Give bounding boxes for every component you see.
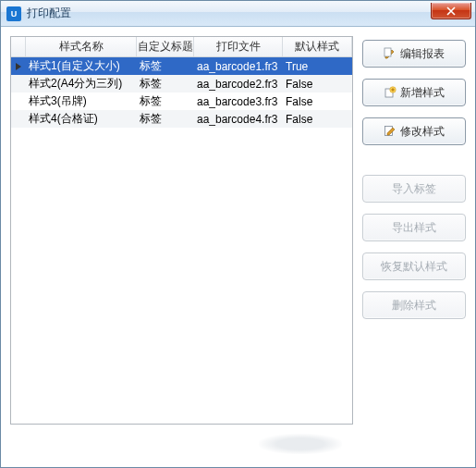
cell-print-file: aa_barcode3.fr3 <box>194 92 283 110</box>
import-label-text: 导入标签 <box>392 181 436 197</box>
new-style-button[interactable]: 新增样式 <box>362 79 466 106</box>
cell-default-style: False <box>283 110 352 128</box>
cell-default-style: False <box>283 75 352 92</box>
row-indicator <box>11 57 26 75</box>
table-row[interactable]: 样式1(自定义大小)标签aa_barcode1.fr3True <box>11 57 352 75</box>
styles-table[interactable]: 样式名称 自定义标题 打印文件 默认样式 样式1(自定义大小)标签aa_barc… <box>10 36 353 425</box>
close-button[interactable] <box>431 3 471 19</box>
table-row[interactable]: 样式2(A4分为三列)标签aa_barcode2.fr3False <box>11 75 352 92</box>
col-header-custom-title[interactable]: 自定义标题 <box>137 37 194 56</box>
table-row[interactable]: 样式4(合格证)标签aa_barcode4.fr3False <box>11 110 352 128</box>
row-indicator <box>11 92 26 110</box>
cell-default-style: False <box>283 92 352 110</box>
edit-report-label: 编辑报表 <box>400 46 445 62</box>
cell-custom-title: 标签 <box>137 57 194 75</box>
left-pane: 样式名称 自定义标题 打印文件 默认样式 样式1(自定义大小)标签aa_barc… <box>10 36 353 458</box>
print-config-window: U 打印配置 样式名称 自定义标题 打印文件 默认样式 样式1(自定义大小)标签… <box>0 0 476 468</box>
cell-custom-title: 标签 <box>137 110 194 128</box>
smudge <box>259 434 342 454</box>
cell-name: 样式3(吊牌) <box>26 92 137 110</box>
new-icon <box>384 86 397 99</box>
restore-default-button: 恢复默认样式 <box>362 252 466 280</box>
row-indicator <box>11 110 26 128</box>
modify-style-button[interactable]: 修改样式 <box>362 117 466 145</box>
edit-report-button[interactable]: 编辑报表 <box>362 40 466 68</box>
button-panel: 编辑报表 新增样式 修改样式 导入标签 导出样式 <box>362 36 466 458</box>
col-header-default-style[interactable]: 默认样式 <box>283 37 352 56</box>
col-header-name[interactable]: 样式名称 <box>26 37 137 56</box>
content-area: 样式名称 自定义标题 打印文件 默认样式 样式1(自定义大小)标签aa_barc… <box>1 27 475 467</box>
table-header: 样式名称 自定义标题 打印文件 默认样式 <box>11 37 352 57</box>
delete-style-button: 删除样式 <box>362 291 466 319</box>
svg-rect-0 <box>384 48 391 56</box>
cell-custom-title: 标签 <box>137 92 194 110</box>
window-title: 打印配置 <box>27 6 71 21</box>
edit-icon <box>384 47 397 60</box>
export-style-button: 导出样式 <box>362 214 466 241</box>
table-body: 样式1(自定义大小)标签aa_barcode1.fr3True样式2(A4分为三… <box>11 57 352 424</box>
restore-default-text: 恢复默认样式 <box>381 259 447 275</box>
new-style-label: 新增样式 <box>400 85 445 101</box>
row-indicator <box>11 75 26 92</box>
close-icon <box>446 6 456 16</box>
export-style-text: 导出样式 <box>392 220 436 236</box>
col-header-print-file[interactable]: 打印文件 <box>194 37 283 56</box>
app-icon: U <box>6 6 21 21</box>
modify-icon <box>384 125 397 138</box>
cell-print-file: aa_barcode4.fr3 <box>194 110 283 128</box>
col-header-indicator <box>11 37 26 56</box>
cell-name: 样式1(自定义大小) <box>26 57 137 75</box>
table-row[interactable]: 样式3(吊牌)标签aa_barcode3.fr3False <box>11 92 352 110</box>
titlebar: U 打印配置 <box>1 1 475 27</box>
delete-style-text: 删除样式 <box>392 298 436 314</box>
cell-default-style: True <box>283 57 352 75</box>
modify-style-label: 修改样式 <box>400 124 445 140</box>
cell-print-file: aa_barcode2.fr3 <box>194 75 283 92</box>
cell-print-file: aa_barcode1.fr3 <box>194 57 283 75</box>
cell-name: 样式4(合格证) <box>26 110 137 128</box>
footer-area <box>10 430 353 458</box>
cell-name: 样式2(A4分为三列) <box>26 75 137 92</box>
import-label-button: 导入标签 <box>362 175 466 203</box>
cell-custom-title: 标签 <box>137 75 194 92</box>
